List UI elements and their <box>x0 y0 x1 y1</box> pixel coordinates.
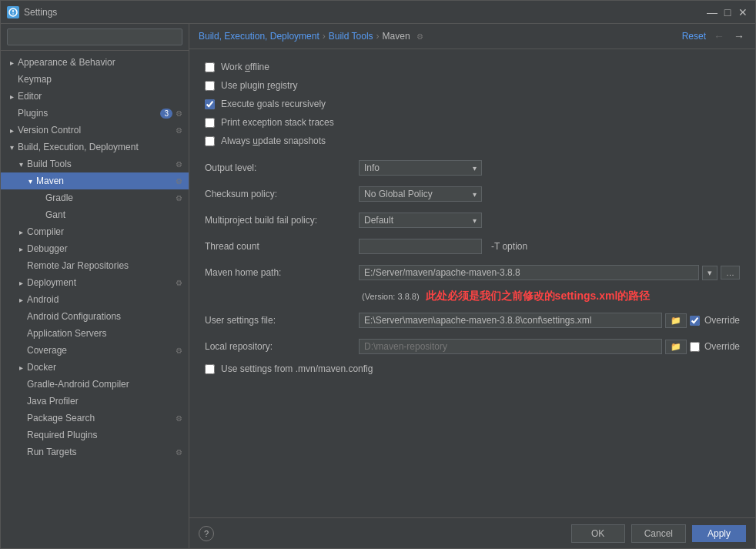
window-controls: — □ ✕ <box>706 6 749 18</box>
sidebar-item-gant[interactable]: Gant <box>1 206 189 223</box>
nav-back-button[interactable]: ← <box>712 28 726 44</box>
checksum-policy-dropdown[interactable]: No Global Policy ▾ <box>359 186 482 202</box>
arrow-icon <box>7 75 16 84</box>
run-targets-icon: ⚙ <box>176 448 182 457</box>
ok-button[interactable]: OK <box>571 524 625 543</box>
user-settings-browse-btn[interactable]: 📁 <box>665 313 687 328</box>
sidebar-item-build-exec-deploy[interactable]: Build, Execution, Deployment <box>1 139 189 156</box>
sidebar-item-required-plugins[interactable]: Required Plugins <box>1 427 189 444</box>
reset-button[interactable]: Reset <box>682 31 706 42</box>
sidebar-item-android[interactable]: Android <box>1 291 189 308</box>
user-settings-override-checkbox[interactable] <box>690 316 700 326</box>
search-input[interactable] <box>7 28 182 45</box>
gradle-icon: ⚙ <box>176 194 182 203</box>
sidebar-item-java-profiler[interactable]: Java Profiler <box>1 393 189 410</box>
sidebar-item-build-tools[interactable]: Build Tools ⚙ <box>1 156 189 172</box>
arrow-icon <box>7 58 16 67</box>
maven-home-row: Maven home path: ▾ … <box>205 263 740 282</box>
package-icon: ⚙ <box>176 414 182 423</box>
sidebar-item-label: Coverage <box>27 345 172 356</box>
minimize-button[interactable]: — <box>706 6 718 18</box>
thread-count-row: Thread count -T option <box>205 237 740 256</box>
sidebar-item-maven[interactable]: Maven ⚙ <box>1 172 189 189</box>
cancel-button[interactable]: Cancel <box>631 524 686 543</box>
user-settings-override-label: Override <box>704 315 740 326</box>
build-tools-icon: ⚙ <box>176 160 182 169</box>
sidebar-item-label: Android <box>27 294 182 305</box>
sidebar-item-deployment[interactable]: Deployment ⚙ <box>1 274 189 291</box>
sidebar-item-editor[interactable]: Editor <box>1 88 189 105</box>
output-level-row: Output level: Info ▾ <box>205 159 740 177</box>
sidebar-item-compiler[interactable]: Compiler <box>1 223 189 240</box>
sidebar-item-package-search[interactable]: Package Search ⚙ <box>1 410 189 427</box>
sidebar-item-label: Gradle <box>45 192 172 203</box>
thread-count-input[interactable] <box>359 239 482 254</box>
use-settings-checkbox[interactable] <box>205 364 215 374</box>
execute-goals-checkbox[interactable] <box>205 99 215 109</box>
arrow-icon <box>16 261 25 270</box>
maven-home-input[interactable] <box>359 265 699 280</box>
user-settings-input[interactable] <box>359 313 662 328</box>
apply-button[interactable]: Apply <box>692 525 746 542</box>
arrow-icon <box>16 159 25 169</box>
arrow-icon <box>16 227 25 236</box>
always-update-checkbox[interactable] <box>205 136 215 146</box>
local-repo-input[interactable] <box>359 339 662 354</box>
maven-home-browse-btn[interactable]: … <box>721 266 740 280</box>
user-settings-path-row: 📁 <box>359 313 687 328</box>
sidebar-item-label: Build Tools <box>27 159 172 169</box>
sidebar-item-keymap[interactable]: Keymap <box>1 71 189 88</box>
arrow-icon <box>16 380 25 389</box>
thread-count-control: -T option <box>359 239 740 254</box>
use-plugin-registry-checkbox[interactable] <box>205 81 215 91</box>
print-exception-checkbox[interactable] <box>205 118 215 128</box>
sidebar-item-app-servers[interactable]: Application Servers <box>1 325 189 342</box>
local-repo-override-checkbox[interactable] <box>690 342 700 352</box>
sidebar-item-android-configs[interactable]: Android Configurations <box>1 308 189 325</box>
sidebar-item-plugins[interactable]: Plugins 3 ⚙ <box>1 105 189 122</box>
arrow-icon <box>16 329 25 338</box>
breadcrumb-part-1[interactable]: Build, Execution, Deployment <box>199 31 319 42</box>
checkbox-use-settings: Use settings from .mvn/maven.config <box>205 363 740 374</box>
work-offline-checkbox[interactable] <box>205 62 215 72</box>
sidebar-item-label: Remote Jar Repositories <box>27 260 182 271</box>
sidebar-item-remote-jar[interactable]: Remote Jar Repositories <box>1 257 189 274</box>
main-content: Appearance & Behavior Keymap Editor Plug… <box>1 24 755 548</box>
sidebar-item-debugger[interactable]: Debugger <box>1 240 189 257</box>
close-button[interactable]: ✕ <box>737 6 749 18</box>
sidebar-item-label: Deployment <box>27 277 172 288</box>
breadcrumb-bar: Build, Execution, Deployment › Build Too… <box>189 24 755 49</box>
sidebar-item-gradle[interactable]: Gradle ⚙ <box>1 189 189 206</box>
dropdown-arrow-icon: ▾ <box>473 216 477 225</box>
local-repo-path-row: 📁 <box>359 339 687 354</box>
sidebar-item-run-targets[interactable]: Run Targets ⚙ <box>1 444 189 460</box>
t-option-label: -T option <box>491 241 527 252</box>
checkbox-print-exception: Print exception stack traces <box>205 117 740 128</box>
arrow-icon <box>25 176 35 186</box>
multiproject-policy-value: Default <box>364 215 393 226</box>
help-button[interactable]: ? <box>199 526 214 541</box>
checksum-policy-label: Checksum policy: <box>205 189 359 199</box>
output-level-dropdown[interactable]: Info ▾ <box>359 160 482 176</box>
local-repo-browse-btn[interactable]: 📁 <box>665 340 687 354</box>
sidebar-item-label: Docker <box>27 362 182 373</box>
output-level-label: Output level: <box>205 162 359 173</box>
deploy-icon: ⚙ <box>176 279 182 287</box>
local-repo-override: Override <box>690 341 740 352</box>
maven-version-hint-row: (Version: 3.8.8) 此处必须是我们之前修改的settings.xm… <box>205 290 740 303</box>
sidebar-item-version-control[interactable]: Version Control ⚙ <box>1 122 189 139</box>
sidebar-item-label: Compiler <box>27 226 182 237</box>
sidebar-item-label: Appearance & Behavior <box>18 57 182 68</box>
nav-forward-button[interactable]: → <box>732 28 746 44</box>
checkbox-use-plugin-registry: Use plugin registry <box>205 80 740 91</box>
sidebar-item-coverage[interactable]: Coverage ⚙ <box>1 342 189 359</box>
sidebar-item-gradle-android[interactable]: Gradle-Android Compiler <box>1 376 189 393</box>
sidebar-item-appearance[interactable]: Appearance & Behavior <box>1 54 189 71</box>
maven-home-dropdown-btn[interactable]: ▾ <box>702 266 718 280</box>
print-exception-label: Print exception stack traces <box>221 117 334 128</box>
breadcrumb-part-2[interactable]: Build Tools <box>329 31 373 42</box>
maximize-button[interactable]: □ <box>721 6 734 18</box>
sidebar-item-docker[interactable]: Docker <box>1 359 189 376</box>
sidebar-item-label: Java Profiler <box>27 396 182 407</box>
multiproject-policy-dropdown[interactable]: Default ▾ <box>359 213 482 228</box>
